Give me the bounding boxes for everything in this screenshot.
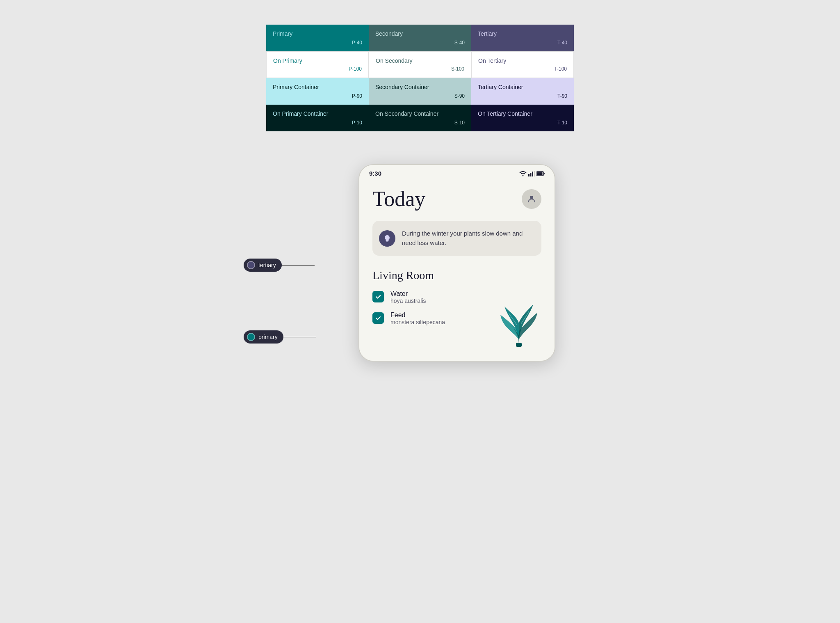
annotation-tertiary-line bbox=[282, 265, 315, 266]
annotation-primary-text: primary bbox=[258, 334, 278, 340]
annotation-primary-label: primary bbox=[244, 330, 283, 344]
info-card: During the winter your plants slow down … bbox=[372, 221, 541, 256]
palette-cell-on-tertiary-name: On Tertiary bbox=[478, 57, 506, 64]
palette-cell-primary-container-code: P-90 bbox=[352, 93, 362, 99]
today-header: Today bbox=[372, 187, 541, 211]
lightbulb-icon-container bbox=[379, 230, 395, 247]
status-icons bbox=[519, 171, 545, 176]
phone-content: Today During the winter y bbox=[359, 179, 555, 361]
phone-area: tertiary primary 9:30 bbox=[235, 164, 605, 362]
status-time: 9:30 bbox=[369, 170, 381, 177]
palette-cell-secondary-container: Secondary Container S-90 bbox=[369, 78, 471, 105]
today-title: Today bbox=[372, 187, 425, 211]
palette-cell-on-primary-code: P-100 bbox=[349, 66, 362, 72]
task-text-feed: Feed monstera siltepecana bbox=[390, 312, 445, 325]
wifi-icon bbox=[519, 171, 527, 176]
palette-cell-on-tertiary: On Tertiary T-100 bbox=[471, 51, 574, 78]
annotation-tertiary-label: tertiary bbox=[244, 259, 282, 272]
svg-rect-2 bbox=[530, 173, 532, 176]
svg-rect-8 bbox=[386, 241, 388, 242]
palette-cell-on-secondary-container-code: S-10 bbox=[454, 120, 465, 126]
task-row-feed: Feed monstera siltepecana bbox=[372, 312, 496, 325]
palette-cell-tertiary-container: Tertiary Container T-90 bbox=[471, 78, 574, 105]
svg-rect-10 bbox=[516, 343, 522, 347]
palette-cell-primary-code: P-40 bbox=[352, 40, 362, 46]
tasks-list: Water hoya australis Feed bbox=[372, 290, 496, 333]
task-name-water: Water bbox=[390, 290, 426, 298]
checkmark-icon bbox=[375, 293, 381, 300]
palette-cell-secondary-name: Secondary bbox=[375, 30, 403, 37]
palette-cell-secondary-code: S-40 bbox=[454, 40, 465, 46]
task-name-feed: Feed bbox=[390, 312, 445, 319]
task-text-water: Water hoya australis bbox=[390, 290, 426, 304]
palette-cell-secondary: Secondary S-40 bbox=[369, 25, 471, 51]
svg-point-7 bbox=[530, 196, 533, 199]
svg-rect-4 bbox=[534, 171, 535, 176]
checkbox-feed[interactable] bbox=[372, 312, 384, 324]
task-row-water: Water hoya australis bbox=[372, 290, 496, 304]
palette-cell-on-secondary-container-name: On Secondary Container bbox=[375, 110, 438, 117]
palette-cell-on-tertiary-container: On Tertiary Container T-10 bbox=[471, 105, 574, 131]
palette-cell-tertiary-container-code: T-90 bbox=[557, 93, 567, 99]
palette-cell-secondary-container-code: S-90 bbox=[454, 93, 465, 99]
lightbulb-icon bbox=[383, 234, 391, 243]
annotation-primary-line bbox=[283, 337, 316, 337]
section-title: Living Room bbox=[372, 269, 541, 282]
annotation-primary-dot bbox=[247, 333, 255, 341]
palette-cell-on-secondary-container: On Secondary Container S-10 bbox=[369, 105, 471, 131]
phone-mockup: 9:30 bbox=[358, 164, 555, 362]
checkmark-icon-feed bbox=[375, 315, 381, 321]
signal-icon bbox=[528, 171, 535, 176]
phone-status-bar: 9:30 bbox=[359, 165, 555, 179]
person-icon bbox=[527, 195, 536, 204]
palette-cell-secondary-container-name: Secondary Container bbox=[375, 84, 429, 90]
battery-icon bbox=[536, 171, 545, 176]
palette-grid: Primary P-40 Secondary S-40 Tertiary T-4… bbox=[266, 25, 574, 131]
task-sub-water: hoya australis bbox=[390, 298, 426, 304]
checkbox-water[interactable] bbox=[372, 291, 384, 302]
palette-cell-on-secondary-code: S-100 bbox=[451, 66, 464, 72]
palette-cell-tertiary: Tertiary T-40 bbox=[471, 25, 574, 51]
palette-cell-on-primary-container-code: P-10 bbox=[352, 120, 362, 126]
palette-cell-primary-container-name: Primary Container bbox=[273, 84, 319, 90]
plant-illustration bbox=[496, 294, 541, 348]
tasks-and-plant: Water hoya australis Feed bbox=[372, 290, 541, 348]
annotation-primary: primary bbox=[244, 330, 316, 344]
svg-rect-1 bbox=[528, 174, 530, 176]
palette-cell-on-primary-name: On Primary bbox=[273, 57, 302, 64]
annotation-tertiary: tertiary bbox=[244, 259, 315, 272]
palette-cell-primary-container: Primary Container P-90 bbox=[266, 78, 369, 105]
palette-cell-on-secondary-name: On Secondary bbox=[376, 57, 413, 64]
palette-cell-primary-name: Primary bbox=[273, 30, 292, 37]
svg-rect-3 bbox=[532, 172, 533, 176]
palette-cell-on-secondary: On Secondary S-100 bbox=[369, 51, 471, 78]
palette-cell-on-primary: On Primary P-100 bbox=[266, 51, 369, 78]
palette-cell-on-primary-container: On Primary Container P-10 bbox=[266, 105, 369, 131]
svg-point-0 bbox=[523, 175, 524, 176]
info-card-text: During the winter your plants slow down … bbox=[402, 229, 533, 247]
palette-cell-on-tertiary-code: T-100 bbox=[554, 66, 567, 72]
avatar-button[interactable] bbox=[522, 189, 541, 209]
palette-cell-primary: Primary P-40 bbox=[266, 25, 369, 51]
palette-cell-tertiary-name: Tertiary bbox=[478, 30, 497, 37]
task-sub-feed: monstera siltepecana bbox=[390, 319, 445, 325]
svg-rect-9 bbox=[387, 242, 388, 242]
palette-cell-tertiary-code: T-40 bbox=[557, 40, 567, 46]
svg-rect-6 bbox=[537, 172, 543, 175]
palette-cell-on-tertiary-container-name: On Tertiary Container bbox=[478, 110, 532, 117]
palette-cell-tertiary-container-name: Tertiary Container bbox=[478, 84, 523, 90]
palette-cell-on-tertiary-container-code: T-10 bbox=[557, 120, 567, 126]
palette-cell-on-primary-container-name: On Primary Container bbox=[273, 110, 328, 117]
annotation-tertiary-text: tertiary bbox=[258, 262, 276, 268]
annotation-tertiary-dot bbox=[247, 261, 255, 269]
